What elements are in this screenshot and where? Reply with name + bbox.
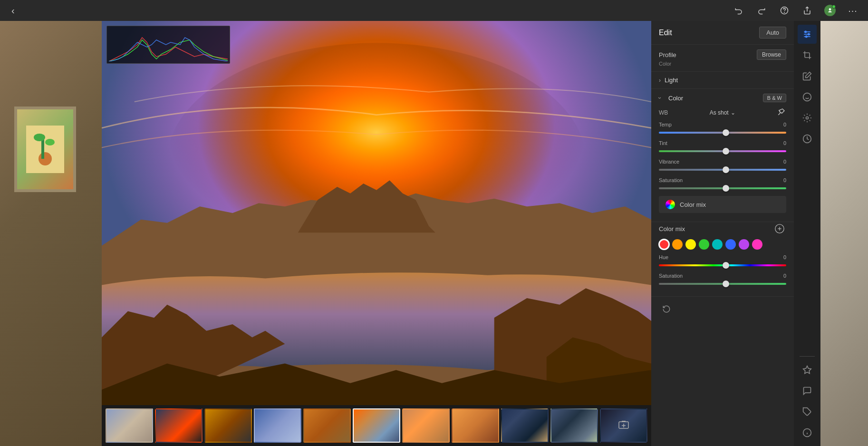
svg-point-20 [803, 93, 811, 101]
right-ambient-bg [820, 21, 868, 446]
filmstrip-thumb-3[interactable] [204, 408, 252, 443]
profile-badge [832, 5, 836, 9]
temp-slider[interactable] [659, 129, 786, 136]
back-icon: ‹ [11, 5, 15, 16]
sliders-icon [802, 29, 812, 39]
eyedropper-button[interactable] [777, 107, 786, 118]
auto-button[interactable]: Auto [759, 27, 786, 39]
filmstrip-thumb-8[interactable] [452, 408, 499, 443]
main-area: Edit Auto Profile Browse Color › Light ›… [0, 21, 868, 446]
swatch-purple[interactable] [739, 239, 749, 250]
undo-button[interactable] [731, 3, 746, 18]
comment-button[interactable] [798, 381, 817, 400]
filmstrip [102, 405, 651, 446]
filmstrip-thumb-10[interactable] [550, 408, 598, 443]
filmstrip-thumb-7[interactable] [402, 408, 450, 443]
color-header[interactable]: › Color B & W [659, 89, 786, 107]
hue-label: Hue [659, 254, 668, 260]
sat-sub-slider-thumb[interactable] [723, 281, 729, 287]
filmstrip-thumb-1[interactable] [106, 408, 153, 443]
help-button[interactable] [777, 3, 792, 18]
histogram [106, 26, 230, 64]
back-button[interactable]: ‹ [8, 3, 19, 18]
wb-select[interactable]: As shot ⌄ [710, 109, 735, 116]
svg-point-7 [45, 139, 55, 145]
color-mix-add-button[interactable] [773, 222, 786, 235]
star-button[interactable] [798, 360, 817, 379]
more-icon: ··· [848, 5, 858, 16]
left-ambient [0, 21, 102, 446]
color-mix-header: Color mix [659, 222, 786, 235]
profile-button[interactable] [822, 3, 838, 18]
svg-point-17 [805, 31, 806, 32]
tint-value: 0 [783, 140, 786, 146]
edit-header: Edit Auto [651, 21, 794, 45]
saturation-label: Saturation [659, 177, 683, 183]
saturation-slider-thumb[interactable] [723, 185, 729, 192]
rotate-undo-button[interactable] [659, 301, 674, 317]
redo-icon [757, 6, 766, 15]
swatch-blue[interactable] [725, 239, 736, 250]
filmstrip-thumb-4[interactable] [254, 408, 301, 443]
swatch-orange[interactable] [672, 239, 683, 250]
hue-slider[interactable] [659, 262, 786, 269]
redo-button[interactable] [754, 3, 769, 18]
edit-tools-button[interactable] [798, 25, 817, 44]
filmstrip-thumb-11[interactable] [600, 408, 647, 443]
profile-label: Profile [659, 51, 676, 58]
temp-slider-thumb[interactable] [723, 129, 729, 136]
more-button[interactable]: ··· [845, 3, 860, 18]
mask-button[interactable] [798, 87, 817, 107]
tint-slider-thumb[interactable] [723, 148, 729, 155]
heal-button[interactable] [798, 67, 817, 86]
info-button[interactable] [798, 423, 817, 442]
vibrance-label: Vibrance [659, 159, 679, 165]
vibrance-slider[interactable] [659, 166, 786, 174]
filmstrip-thumb-9[interactable] [501, 408, 549, 443]
thumb-img-11 [618, 419, 629, 432]
hue-slider-header: Hue 0 [659, 254, 786, 260]
fx-button[interactable] [798, 108, 817, 127]
swatch-magenta[interactable] [752, 239, 762, 250]
vibrance-slider-thumb[interactable] [723, 166, 729, 173]
sat-sub-slider-header: Saturation 0 [659, 273, 786, 279]
light-chevron-icon: › [659, 77, 661, 84]
swatch-green[interactable] [699, 239, 709, 250]
thumb-img-1 [106, 409, 152, 442]
hue-value: 0 [783, 254, 786, 260]
temp-slider-row: Temp 0 [659, 122, 786, 136]
swatch-teal[interactable] [712, 239, 723, 250]
bw-button[interactable]: B & W [763, 94, 786, 102]
color-mix-button[interactable]: Color mix [659, 196, 786, 213]
filmstrip-thumb-6[interactable] [353, 408, 400, 443]
filmstrip-thumb-2[interactable] [155, 408, 203, 443]
filmstrip-thumb-5[interactable] [303, 408, 351, 443]
sidebar-divider [800, 356, 815, 357]
thumb-img-7 [403, 409, 449, 442]
thumb-img-9 [502, 409, 548, 442]
share-button[interactable] [800, 3, 815, 18]
help-icon [780, 6, 789, 15]
crop-button[interactable] [798, 46, 817, 65]
color-section-title: Color [668, 95, 683, 102]
hue-slider-thumb[interactable] [723, 262, 729, 269]
sat-sub-slider[interactable] [659, 280, 786, 288]
light-section-row[interactable]: › Light [651, 72, 794, 89]
tag-button[interactable] [798, 402, 817, 421]
color-mix-btn-label: Color mix [680, 201, 706, 208]
top-bar-left: ‹ [8, 3, 19, 18]
color-chevron-icon: › [656, 97, 663, 99]
svg-point-6 [34, 134, 45, 141]
svg-point-1 [784, 12, 785, 12]
browse-button[interactable]: Browse [757, 49, 786, 60]
swatch-yellow[interactable] [685, 239, 696, 250]
left-ambient-bg [0, 21, 102, 446]
wb-dropdown-icon: ⌄ [731, 109, 735, 116]
saturation-slider[interactable] [659, 184, 786, 192]
tint-slider[interactable] [659, 147, 786, 155]
sat-sub-label: Saturation [659, 273, 683, 279]
comment-icon [802, 386, 812, 396]
swatch-red[interactable] [659, 239, 669, 250]
vibrance-slider-row: Vibrance 0 [659, 159, 786, 174]
history-button[interactable] [798, 129, 817, 148]
